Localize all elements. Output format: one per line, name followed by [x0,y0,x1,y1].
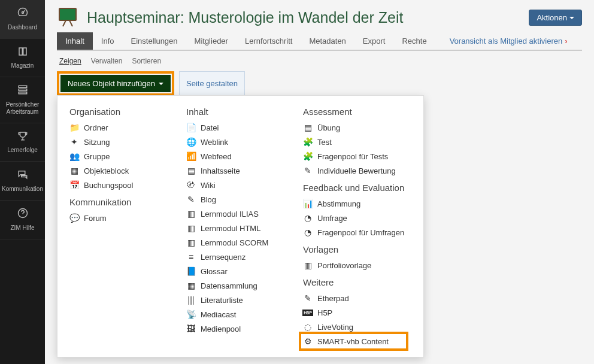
dropdown-item-label: Mediacast [201,310,236,319]
dropdown-item[interactable]: ▥Lernmodul HTML [186,221,279,235]
tab-metadaten[interactable]: Metadaten [301,32,354,50]
dropdown-item[interactable]: ▤Inhaltsseite [186,163,279,178]
dropdown-heading: Organisation [69,107,162,117]
sidebar-item-label: Lernerfolge [7,147,38,154]
toolbar: Neues Objekt hinzufügen Seite gestalten … [57,71,582,96]
sidebar-item-kommunikation[interactable]: Kommunikation [0,162,45,201]
subtab-zeigen[interactable]: Zeigen [59,57,81,65]
dropdown-item[interactable]: ◔Umfrage [303,211,404,225]
dropdown-item-label: Übung [317,123,340,132]
dropdown-item[interactable]: 🧩Fragenpool für Tests [303,149,404,163]
question-icon [17,208,28,222]
dropdown-item[interactable]: 🖽Medienpool [186,321,279,336]
sidebar-item-personal[interactable]: Persönlicher Arbeitsraum [0,77,45,123]
dropdown-item-label: Datei [201,123,219,132]
user-icon [17,84,28,99]
dropdown-item[interactable]: ▦Datensammlung [186,278,279,293]
dropdown-item[interactable]: 〄Wiki [186,178,279,192]
sidebar-item-label: ZIM Hilfe [11,225,35,232]
dropdown-item-label: Ordner [84,123,108,132]
dropdown-item-label: Etherpad [317,294,349,303]
actions-button[interactable]: Aktionen [529,10,582,26]
book-icon [17,46,28,60]
iassess-icon: ✎ [303,166,313,175]
dropdown-column: Inhalt📄Datei🌐Weblink📶Webfeed▤Inhaltsseit… [174,96,291,357]
dropdown-item-label: Weblink [201,138,228,147]
dropdown-item-label: Wiki [201,181,216,190]
datacoll-icon: ▦ [186,281,196,290]
dropdown-item-label: Glossar [201,267,228,276]
exercise-icon: ▤ [303,123,313,132]
glossary-icon: 📘 [186,266,196,276]
dropdown-item-label: Lernmodul HTML [201,224,260,233]
chevron-right-icon: › [565,37,567,46]
dropdown-item[interactable]: 📘Glossar [186,264,279,278]
dropdown-item[interactable]: ◌LiveVoting [303,320,404,334]
dropdown-item[interactable]: ▥Lernmodul SCORM [186,235,279,250]
chevron-down-icon [159,79,163,88]
dropdown-item-label: Inhaltsseite [201,166,240,175]
sidebar-item-label: Kommunikation [2,186,43,193]
subtab-verwalten[interactable]: Verwalten [91,57,123,65]
tab-mitglieder[interactable]: Mitglieder [186,32,237,50]
dropdown-item[interactable]: ⚙SMART-vhb Content [303,334,404,348]
dropdown-item[interactable]: 📁Ordner [69,120,162,135]
sidebar-item-label: Magazin [11,62,34,69]
dropdown-heading: Feedback und Evaluation [303,183,404,193]
dropdown-item[interactable]: 💬Forum [69,211,162,225]
smartvhb-icon: ⚙ [303,336,313,346]
dropdown-item-label: Buchungspool [84,181,133,190]
dropdown-item[interactable]: 📡Mediacast [186,307,279,321]
main-content: Hauptseminar: Musterologie im Wandel der… [45,0,594,364]
lm-html-icon: ▥ [186,223,196,233]
dropdown-column: Assessment▤Übung🧩Test🧩Fragenpool für Tes… [291,96,416,357]
link-icon: 🌐 [186,137,196,147]
dropdown-item[interactable]: 📶Webfeed [186,149,279,163]
mediacast-icon: 📡 [186,310,196,319]
dropdown-item[interactable]: 👥Gruppe [69,149,162,163]
chevron-down-icon [569,13,574,22]
lm-ilias-icon: ▥ [186,209,196,219]
dropdown-item[interactable]: 🧩Test [303,135,404,149]
lm-scorm-icon: ▥ [186,238,196,247]
tab-einstellungen[interactable]: Einstellungen [123,32,186,50]
dropdown-item-label: Portfoliovorlage [317,261,371,270]
dropdown-item-label: LiveVoting [317,323,353,332]
tab-export[interactable]: Export [354,32,394,50]
tab-info[interactable]: Info [93,32,123,50]
dropdown-item[interactable]: 📄Datei [186,120,279,135]
tab-inhalt[interactable]: Inhalt [57,32,93,50]
sidebar-item-zimhilfe[interactable]: ZIM Hilfe [0,201,45,239]
dropdown-item[interactable]: ▥Portfoliovorlage [303,258,404,272]
dropdown-item-label: Literaturliste [201,296,243,305]
dropdown-item[interactable]: ✎Blog [186,192,279,207]
dropdown-item[interactable]: ◔Fragenpool für Umfragen [303,225,404,239]
dropdown-item[interactable]: ✎Individuelle Bewertung [303,163,404,178]
dropdown-item[interactable]: 🌐Weblink [186,135,279,149]
dropdown-item[interactable]: ≡Lernsequenz [186,250,279,264]
feed-icon: 📶 [186,151,196,161]
subtab-bar: Zeigen Verwalten Sortieren [57,53,582,71]
dropdown-item[interactable]: H5PH5P [303,305,404,320]
dropdown-item[interactable]: 📊Abstimmung [303,196,404,211]
tab-lernfortschritt[interactable]: Lernfortschritt [237,32,301,50]
dropdown-item[interactable]: ▦Objekteblock [69,163,162,178]
dropdown-heading: Vorlagen [303,244,404,254]
tab-preview[interactable]: Voransicht als Mitglied aktivieren › [441,32,576,50]
tab-rechte[interactable]: Rechte [393,32,435,50]
tab-bar: Inhalt Info Einstellungen Mitglieder Ler… [57,32,582,51]
dropdown-item-label: Lernsequenz [201,253,246,262]
dropdown-item[interactable]: ▥Lernmodul ILIAS [186,207,279,221]
dropdown-item[interactable]: ✎Etherpad [303,291,404,305]
add-object-button[interactable]: Neues Objekt hinzufügen [60,75,171,92]
dropdown-item[interactable]: 📅Buchungspool [69,178,162,192]
subtab-sortieren[interactable]: Sortieren [132,57,161,65]
sidebar-item-lernerfolge[interactable]: Lernerfolge [0,123,45,162]
dropdown-item[interactable]: ▤Übung [303,120,404,135]
design-page-button[interactable]: Seite gestalten [179,71,245,96]
sidebar-item-dashboard[interactable]: Dashboard [0,0,45,39]
dropdown-item[interactable]: ✦Sitzung [69,135,162,149]
highlight-add-object: Neues Objekt hinzufügen [57,71,174,96]
sidebar-item-magazin[interactable]: Magazin [0,39,45,78]
dropdown-item[interactable]: |||Literaturliste [186,293,279,307]
